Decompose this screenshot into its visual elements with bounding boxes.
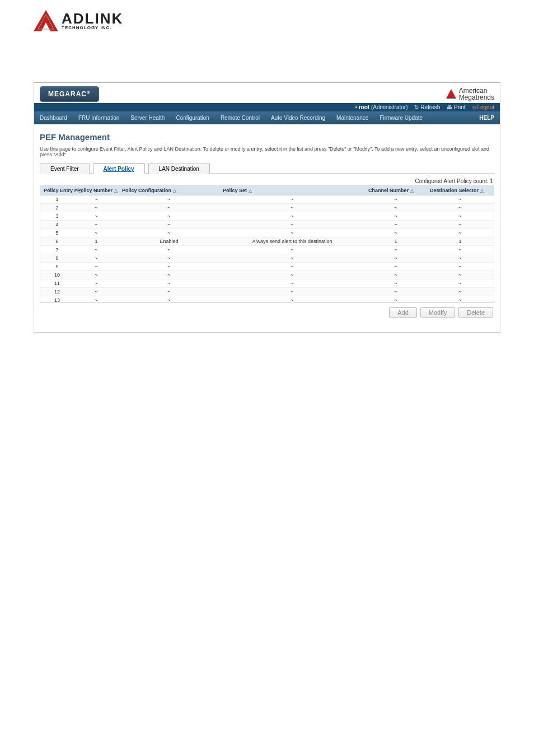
cell-number: ~	[74, 271, 119, 279]
sort-icon: △	[173, 188, 176, 193]
cell-dest: 1	[427, 237, 494, 246]
col-dest[interactable]: Destination Selector△	[427, 186, 494, 195]
cell-dest: ~	[427, 263, 494, 271]
cell-dest: ~	[427, 212, 494, 221]
add-button[interactable]: Add	[389, 307, 417, 318]
cell-config: ~	[119, 288, 219, 296]
nav-item-fru-information[interactable]: FRU Information	[73, 111, 125, 124]
tab-lan-destination[interactable]: LAN Destination	[148, 164, 210, 174]
sort-icon: △	[249, 188, 252, 193]
main-nav: DashboardFRU InformationServer HealthCon…	[34, 111, 500, 124]
table-row[interactable]: 2~~~~~	[40, 204, 494, 212]
vendor-line2: Megatrends	[459, 94, 494, 101]
logo-brand: ADLINK	[62, 11, 123, 26]
svg-marker-2	[446, 89, 456, 99]
cell-chan: 1	[365, 237, 427, 246]
cell-set: ~	[219, 288, 365, 296]
table-row[interactable]: 3~~~~~	[40, 212, 494, 221]
cell-chan: ~	[365, 254, 427, 263]
cell-dest: ~	[427, 204, 494, 212]
nav-item-auto-video-recording[interactable]: Auto Video Recording	[265, 111, 331, 124]
cell-dest: ~	[427, 229, 494, 237]
configured-count-value: 1	[490, 178, 493, 184]
cell-set: ~	[219, 212, 365, 221]
nav-item-server-health[interactable]: Server Health	[125, 111, 170, 124]
table-row[interactable]: 1~~~~~	[40, 195, 494, 204]
cell-number: ~	[74, 212, 119, 221]
col-config[interactable]: Policy Configuration△	[119, 186, 219, 195]
cell-config: ~	[119, 263, 219, 271]
cell-set: ~	[219, 279, 365, 288]
cell-config: ~	[119, 254, 219, 263]
cell-entry: 9	[40, 263, 74, 271]
help-link[interactable]: HELP	[479, 115, 500, 121]
cell-set: ~	[219, 195, 365, 204]
table-row[interactable]: 9~~~~~	[40, 263, 494, 271]
cell-dest: ~	[427, 254, 494, 263]
cell-chan: ~	[365, 221, 427, 229]
table-row[interactable]: 10~~~~~	[40, 271, 494, 279]
col-entry[interactable]: Policy Entry #△	[40, 186, 74, 195]
cell-config: ~	[119, 204, 219, 212]
tab-event-filter[interactable]: Event Filter	[40, 164, 90, 174]
cell-config: ~	[119, 246, 219, 254]
cell-config: ~	[119, 296, 219, 304]
svg-rect-3	[447, 98, 456, 99]
cell-set: ~	[219, 221, 365, 229]
cell-dest: ~	[427, 288, 494, 296]
sort-icon: △	[114, 188, 118, 193]
user-role: (Administrator)	[371, 104, 408, 110]
logout-link[interactable]: ⎋ Logout	[472, 104, 494, 110]
table-row[interactable]: 4~~~~~	[40, 221, 494, 229]
cell-dest: ~	[427, 271, 494, 279]
cell-chan: ~	[365, 212, 427, 221]
cell-dest: ~	[427, 296, 494, 304]
table-row[interactable]: 7~~~~~	[40, 246, 494, 254]
nav-item-firmware-update[interactable]: Firmware Update	[374, 111, 428, 124]
vendor-brand: American Megatrends	[446, 87, 494, 101]
col-chan[interactable]: Channel Number△	[365, 186, 427, 195]
col-set[interactable]: Policy Set△	[219, 186, 365, 195]
user-name: root	[359, 104, 369, 110]
modify-button[interactable]: Modify	[420, 307, 455, 318]
cell-number: ~	[74, 204, 119, 212]
cell-chan: ~	[365, 229, 427, 237]
cell-entry: 5	[40, 229, 74, 237]
cell-config: ~	[119, 271, 219, 279]
sort-icon: △	[480, 188, 484, 193]
table-row[interactable]: 61EnabledAlways send alert to this desti…	[40, 237, 494, 246]
company-logo: ADLINK TECHNOLOGY INC.	[34, 10, 500, 31]
cell-entry: 12	[40, 288, 74, 296]
utility-strip: • root (Administrator) ↻ Refresh 🖶 Print…	[34, 103, 500, 111]
nav-item-configuration[interactable]: Configuration	[170, 111, 214, 124]
table-row[interactable]: 13~~~~~	[40, 296, 494, 304]
cell-chan: ~	[365, 296, 427, 304]
cell-number: ~	[74, 221, 119, 229]
print-link[interactable]: 🖶 Print	[447, 104, 465, 110]
nav-item-dashboard[interactable]: Dashboard	[34, 111, 73, 124]
col-number[interactable]: Policy Number△	[74, 186, 119, 195]
cell-dest: ~	[427, 221, 494, 229]
cell-set: ~	[219, 254, 365, 263]
nav-item-maintenance[interactable]: Maintenance	[331, 111, 374, 124]
cell-number: ~	[74, 279, 119, 288]
delete-button[interactable]: Delete	[458, 307, 493, 318]
cell-chan: ~	[365, 279, 427, 288]
ami-logo-icon	[446, 88, 457, 100]
cell-set: ~	[219, 263, 365, 271]
page-title: PEF Management	[40, 132, 494, 142]
cell-config: ~	[119, 229, 219, 237]
policy-table-wrap[interactable]: Policy Entry #△ Policy Number△ Policy Co…	[40, 185, 494, 303]
table-row[interactable]: 8~~~~~	[40, 254, 494, 263]
nav-item-remote-control[interactable]: Remote Control	[215, 111, 265, 124]
table-row[interactable]: 11~~~~~	[40, 279, 494, 288]
table-row[interactable]: 12~~~~~	[40, 288, 494, 296]
cell-chan: ~	[365, 288, 427, 296]
table-row[interactable]: 5~~~~~	[40, 229, 494, 237]
configured-count: Configured Alert Policy count: 1	[40, 178, 493, 184]
refresh-link[interactable]: ↻ Refresh	[414, 104, 440, 110]
cell-entry: 11	[40, 279, 74, 288]
cell-entry: 7	[40, 246, 74, 254]
tab-alert-policy[interactable]: Alert Policy	[93, 164, 145, 174]
cell-config: Enabled	[119, 237, 219, 246]
